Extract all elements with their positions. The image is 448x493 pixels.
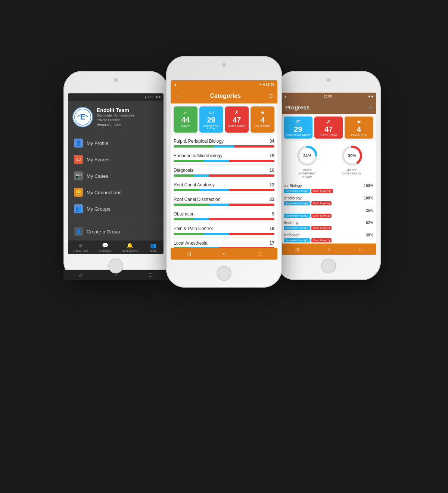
mini-bar-somewhat-know-0: Somewhat Know(0) (284, 189, 310, 193)
progress-title-anatomy: Anatomy (284, 221, 298, 225)
home-button-right-android[interactable]: ○ (327, 246, 330, 252)
circle-chart-somewhat-know: 24% (296, 145, 318, 167)
home-button-center-android[interactable]: ○ (223, 251, 226, 257)
category-progress-bar (174, 204, 274, 206)
bottom-nav-message[interactable]: 💬 Message (99, 242, 111, 252)
center-status-bar: ▲ ▼ ■ 12:56 (171, 80, 277, 89)
back-button-right-android[interactable]: ◁ (295, 246, 299, 252)
category-progress-bar (174, 218, 274, 220)
know-number: 44 (175, 116, 196, 124)
stat-card-know: ✓ 44 KNOW (174, 106, 197, 133)
nav-label-my-groups: My Groups (87, 206, 111, 212)
menu-button-center[interactable]: ≡ (269, 92, 273, 100)
left-bottom-nav: ⊞ News Feed 💬 Message 🔔 Notifications 👥 … (68, 241, 164, 254)
category-item[interactable]: Root Canal Disinfection 23 (174, 194, 274, 208)
right-menu-icon[interactable]: ≡ (368, 104, 372, 111)
nav-item-my-profile[interactable]: 👤 My Profile (68, 135, 164, 151)
right-android-bar: ◁ ○ □ (281, 244, 376, 255)
nav-item-my-scores[interactable]: 🏷 My Scores (68, 151, 164, 168)
news-feed-label: News Feed (73, 249, 88, 252)
favourite-icon: ★ (252, 109, 273, 115)
circle-dont-know: 39% 47/120DON'T KNOW (341, 145, 363, 179)
category-name: Endodontic Microbiology (174, 153, 223, 158)
profile-nav-icon: 👤 (74, 139, 83, 148)
back-button-left[interactable]: ◁ (79, 272, 83, 278)
profile-role: Diplomate · AdministratorPrivate Practic… (97, 113, 134, 127)
category-name: Root Canal Disinfection (174, 197, 220, 202)
bottom-nav-notifications[interactable]: 🔔 Notifications (122, 242, 138, 252)
category-count: 17 (270, 241, 274, 246)
progress-title-cal-biology: cal Biology (284, 184, 302, 188)
right-dont-know-number: 47 (316, 125, 342, 133)
back-button-center-android[interactable]: ◁ (187, 251, 191, 257)
bottom-nav-news-feed[interactable]: ⊞ News Feed (73, 242, 88, 252)
category-item[interactable]: Obturation 9 (174, 208, 274, 223)
recents-button-right-android[interactable]: □ (359, 246, 362, 252)
category-count: 19 (270, 226, 274, 231)
back-button-center[interactable]: ← (175, 92, 182, 100)
progress-entry-25pct: 25% Somewhat Know(2) Don't Know(2) (284, 208, 373, 218)
right-dont-know-icon: ✗ (316, 119, 342, 125)
know-icon: ✓ (175, 109, 196, 115)
right-battery-icon: ■ ■ (368, 94, 373, 98)
recents-button-left[interactable]: □ (149, 272, 152, 278)
progress-title-disinfection: sinfection (284, 233, 299, 237)
profile-header: E Endolit Team Diplomate · Administrator… (68, 101, 164, 132)
bottom-nav-requests[interactable]: 👥 Requ... (149, 242, 158, 252)
mini-bar-dont-know-22: Don't Know(22) (311, 189, 333, 193)
left-status-bar: ▲ LTE ■ ■ (68, 93, 164, 101)
category-progress-bar (174, 174, 274, 177)
nav-item-my-groups[interactable]: 👥 My Groups (68, 201, 164, 217)
favourite-number: 4 (252, 116, 273, 124)
nav-label-my-cases: My Cases (87, 173, 108, 179)
progress-section: cal Biology 100% Somewhat Know(0) Don't … (281, 182, 376, 247)
circle-somewhat-know-label: 29/120SOMEWHAT KNOW (294, 168, 320, 179)
category-item[interactable]: Root Canal Anatomy 13 (174, 179, 274, 194)
groups-nav-icon: 👥 (74, 204, 83, 213)
cases-nav-icon: 📷 (74, 171, 83, 180)
category-progress-bar (174, 160, 274, 162)
dont-know-number: 47 (227, 116, 248, 124)
right-somewhat-know-label: SOMEWHAT KNOW (285, 134, 311, 136)
category-item[interactable]: Endodontic Microbiology 19 (174, 150, 274, 165)
category-count: 16 (270, 168, 274, 173)
mini-bar-dont-know-2b: Don't Know(2) (311, 226, 332, 230)
category-progress-bar (174, 145, 274, 148)
progress-entry-anatomy: Anatomy 62% Somewhat Know(3) Don't Know(… (284, 221, 373, 230)
category-name: Root Canal Anatomy (174, 182, 215, 187)
center-signal-icon: ▲ (174, 83, 177, 86)
category-item[interactable]: Diagnosis 16 (174, 165, 274, 179)
mini-bar-somewhat-know-2a: Somewhat Know(2) (284, 214, 310, 218)
right-header-title: Progress (285, 104, 309, 111)
mini-bar-somewhat-know-3c: Somewhat Know(3) (284, 238, 310, 242)
left-navigation: 👤 My Profile 🏷 My Scores 📷 My Cases 😊 My… (68, 132, 164, 254)
left-phone-bottom-button[interactable] (108, 258, 123, 273)
left-phone: ▲ LTE ■ ■ E Endolit Team Diplomate · Adm… (63, 71, 168, 280)
nav-item-create-group[interactable]: 👤 Create a Group (68, 223, 164, 240)
nav-item-my-cases[interactable]: 📷 My Cases (68, 168, 164, 184)
progress-entry-microbiology: icrobiology 100% Somewhat Know(3) Don't … (284, 196, 373, 205)
nav-item-my-connections[interactable]: 😊 My Connections (68, 184, 164, 201)
center-phone-bottom-button[interactable] (217, 266, 231, 281)
right-header: Progress ≡ (281, 100, 376, 114)
category-item[interactable]: Pulp & Periapical Biology 34 (174, 136, 274, 150)
category-item[interactable]: Pain & Pain Control 19 (174, 223, 274, 238)
progress-pct-25pct: 25% (366, 208, 373, 213)
requests-icon: 👥 (150, 242, 156, 248)
stat-card-somewhat-know: 🏷 29 SOMEWHAT KNOW (199, 106, 223, 133)
dont-know-label: DON'T KNOW (227, 124, 248, 127)
mini-bar-somewhat-know-3: Somewhat Know(3) (284, 201, 310, 205)
right-phone-bottom-button[interactable] (321, 258, 336, 273)
category-name: Obturation (174, 211, 195, 217)
somewhat-know-icon: 🏷 (201, 109, 222, 115)
profile-logo: E (72, 107, 93, 127)
center-screen: ▲ ▼ ■ 12:56 ← Categories ≡ ✓ 44 KNOW 🏷 2… (171, 80, 277, 260)
right-time: 13:06 (324, 94, 332, 98)
right-status-bar: ▲ 13:06 ■ ■ (281, 93, 376, 100)
category-count: 23 (270, 197, 274, 202)
recents-button-center-android[interactable]: □ (258, 251, 261, 257)
connections-nav-icon: 😊 (74, 188, 83, 197)
stat-card-favourite: ★ 4 FAVOURITE (251, 106, 274, 133)
circle-dont-know-label: 47/120DON'T KNOW (342, 168, 361, 175)
notifications-label: Notifications (122, 249, 138, 252)
